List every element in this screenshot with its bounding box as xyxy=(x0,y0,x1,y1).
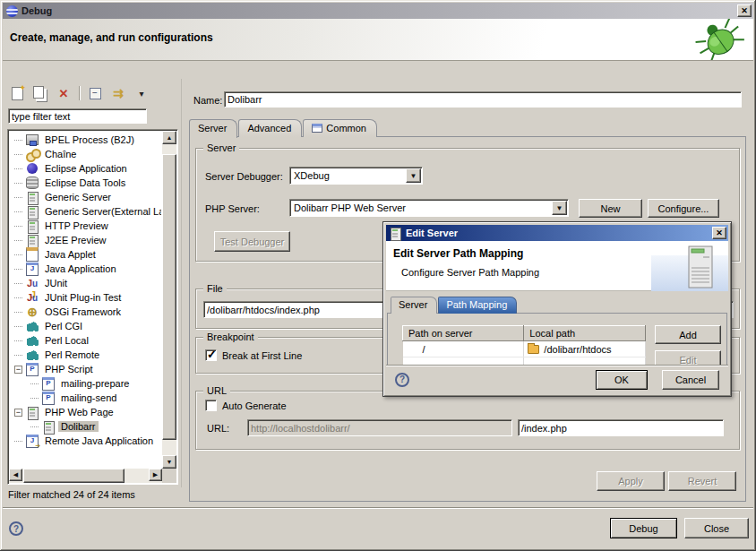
tree-item[interactable]: Eclipse Data Tools xyxy=(10,176,161,190)
table-header-row[interactable]: Path on serverLocal path xyxy=(403,326,646,341)
edit-server-header: Edit Server Path Mapping Configure Serve… xyxy=(386,241,728,291)
table-row[interactable]: //dolibarr/htdocs xyxy=(403,341,646,357)
scroll-down-icon[interactable]: ▼ xyxy=(162,455,176,469)
revert-button[interactable]: Revert xyxy=(668,471,736,491)
apply-button[interactable]: Apply xyxy=(597,471,665,491)
dialog-tab-server[interactable]: Server xyxy=(391,297,437,314)
panel-sash[interactable] xyxy=(181,79,184,487)
window-close-button[interactable]: ✕ xyxy=(737,4,752,17)
add-button[interactable]: Add xyxy=(655,325,721,344)
auto-generate-checkbox[interactable] xyxy=(205,400,217,411)
scroll-left-icon[interactable]: ◀ xyxy=(9,469,22,481)
toolbar-separator xyxy=(79,86,80,100)
tree-item[interactable]: Java Application xyxy=(10,262,161,276)
tree-item[interactable]: mailing-send xyxy=(10,391,161,405)
collapse-all-icon[interactable] xyxy=(85,84,105,103)
name-input[interactable] xyxy=(224,91,742,108)
cancel-button[interactable]: Cancel xyxy=(662,370,719,390)
tree-item[interactable]: Generic Server(External La xyxy=(10,204,161,219)
vertical-scroll-thumb[interactable] xyxy=(162,154,176,440)
tab-advanced[interactable]: Advanced xyxy=(238,119,302,137)
url-path-input[interactable] xyxy=(518,419,724,436)
tree-connector xyxy=(14,441,22,442)
tree-item[interactable]: Remote Java Application xyxy=(10,434,161,448)
tree-item[interactable]: J2EE Preview xyxy=(10,233,161,247)
tree-item[interactable]: Perl Remote xyxy=(10,348,161,362)
tree-item[interactable]: Dolibarr xyxy=(10,419,161,434)
tree-item[interactable]: BPEL Process (B2J) xyxy=(10,133,161,147)
horizontal-scroll-thumb[interactable] xyxy=(23,469,125,483)
tree-item[interactable]: Eclipse Application xyxy=(10,161,161,176)
tree-item-label: JUnit xyxy=(42,278,70,288)
tree-item-label: Java Application xyxy=(42,263,119,274)
scroll-up-icon[interactable]: ▲ xyxy=(162,131,176,144)
dialog-close-button[interactable]: ✕ xyxy=(712,227,726,239)
php-icon xyxy=(42,392,55,404)
debug-button[interactable]: Debug xyxy=(610,518,677,538)
edit-server-title: Edit Server xyxy=(406,228,712,238)
local-path-cell[interactable]: /dolibarr/htdocs xyxy=(524,341,646,357)
help-icon[interactable]: ? xyxy=(9,521,23,536)
tree-item[interactable]: Java Applet xyxy=(10,247,161,262)
tree-horizontal-scrollbar[interactable]: ◀ ▶ xyxy=(9,469,162,483)
server-icon xyxy=(389,228,401,239)
tree-item[interactable]: JUnit Plug-in Test xyxy=(10,290,161,305)
tab-common[interactable]: Common xyxy=(303,119,377,137)
test-debugger-button[interactable]: Test Debugger xyxy=(214,231,290,252)
new-server-button[interactable]: New xyxy=(579,199,642,218)
break-first-line-checkbox[interactable] xyxy=(205,349,217,361)
tree-connector xyxy=(14,154,22,155)
scroll-right-icon[interactable]: ▶ xyxy=(149,469,162,481)
chevron-down-icon[interactable]: ▼ xyxy=(552,201,567,215)
close-button[interactable]: Close xyxy=(684,518,749,538)
base-url-input xyxy=(247,419,512,436)
server-debugger-combo[interactable]: XDebug ▼ xyxy=(289,167,423,185)
tree-connector xyxy=(14,183,22,184)
path-mapping-table[interactable]: Path on serverLocal path //dolibarr/htdo… xyxy=(402,325,646,366)
tree-item-label: JUnit Plug-in Test xyxy=(42,292,124,303)
duplicate-icon[interactable] xyxy=(30,84,50,103)
osgi-icon xyxy=(26,306,39,318)
ok-button[interactable]: OK xyxy=(596,370,648,390)
java-icon xyxy=(26,263,39,275)
tree-item-label: HTTP Preview xyxy=(42,220,111,231)
tree-expander-icon[interactable]: − xyxy=(14,366,22,374)
tree-item[interactable]: Perl Local xyxy=(10,333,161,348)
php-server-combo[interactable]: Dolibarr PHP Web Server ▼ xyxy=(289,199,569,217)
tree-item[interactable]: OSGi Framework xyxy=(10,305,161,319)
tree-item[interactable]: −PHP Web Page xyxy=(10,405,161,419)
tree-item[interactable]: Chaîne xyxy=(10,147,161,161)
tree-item-label: Generic Server(External La xyxy=(42,206,161,217)
menu-dropdown-icon[interactable] xyxy=(132,84,151,103)
tree-connector xyxy=(30,383,39,384)
help-icon[interactable]: ? xyxy=(395,373,409,387)
tree-item[interactable]: Perl CGI xyxy=(10,319,161,333)
dialog-tab-path-mapping[interactable]: Path Mapping xyxy=(438,297,517,314)
delete-icon[interactable] xyxy=(54,84,73,103)
tree-item-label: PHP Web Page xyxy=(42,407,116,418)
new-configuration-icon[interactable] xyxy=(7,84,27,103)
filter-icon[interactable] xyxy=(108,84,128,103)
tree-item[interactable]: JUnit xyxy=(10,276,161,290)
configure-button[interactable]: Configure... xyxy=(648,199,719,218)
tree-item-label: Remote Java Application xyxy=(42,435,156,446)
tree-expander-icon[interactable]: − xyxy=(14,409,22,417)
column-header[interactable]: Path on server xyxy=(403,326,524,341)
eclipse-icon xyxy=(6,5,18,17)
edit-server-dialog: Edit Server ✕ Edit Server Path Mapping C… xyxy=(382,221,732,397)
tree-item[interactable]: mailing-prepare xyxy=(10,376,161,391)
path-on-server-cell[interactable]: / xyxy=(403,341,524,357)
tab-server[interactable]: Server xyxy=(189,119,237,138)
edit-server-titlebar[interactable]: Edit Server ✕ xyxy=(386,225,728,241)
window-titlebar[interactable]: Debug ✕ xyxy=(3,3,753,19)
tree-connector xyxy=(14,312,22,313)
tree-item[interactable]: Generic Server xyxy=(10,190,161,204)
tree-item[interactable]: HTTP Preview xyxy=(10,219,161,233)
column-header[interactable]: Local path xyxy=(524,326,646,341)
remote-java-icon xyxy=(26,435,39,447)
chevron-down-icon[interactable]: ▼ xyxy=(406,168,421,183)
filter-input[interactable] xyxy=(8,108,147,124)
tree-item[interactable]: −PHP Script xyxy=(10,362,161,376)
php-server-value: Dolibarr PHP Web Server xyxy=(290,202,551,213)
tree-vertical-scrollbar[interactable]: ▲ ▼ xyxy=(162,131,176,469)
